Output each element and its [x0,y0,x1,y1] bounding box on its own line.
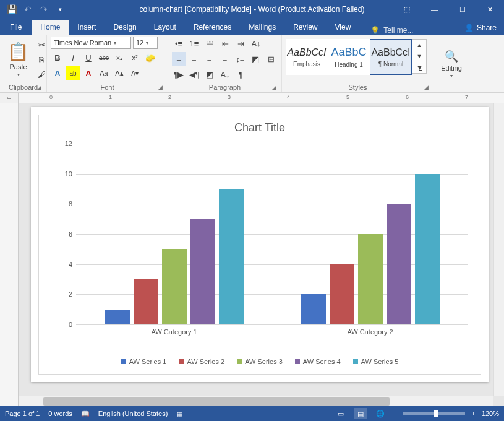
save-icon[interactable]: 💾 [5,2,19,16]
style-emphasis[interactable]: AaBbCcI Emphasis [286,39,328,75]
style-normal[interactable]: AaBbCcI ¶ Normal [370,39,412,75]
copy-button[interactable]: ⎘ [35,53,48,66]
page-number[interactable]: Page 1 of 1 [5,410,40,417]
tab-layout[interactable]: Layout [145,20,185,35]
shading-button[interactable]: ◩ [249,52,262,66]
font-color-button[interactable]: A [82,66,95,80]
paste-button[interactable]: 📋 Paste ▾ [4,40,33,79]
hscroll-thumb[interactable] [43,397,390,406]
tab-mailings[interactable]: Mailings [240,20,284,35]
vertical-scrollbar[interactable] [493,103,504,396]
styles-scroll-up[interactable]: ▲ [412,40,426,51]
show-marks-button[interactable]: ¶ [234,67,247,81]
format-painter-button[interactable]: 🖌 [35,67,48,81]
multilevel-list-button[interactable]: ⩸ [203,37,216,50]
chart-plot-area: 024681012AW Category 1AW Category 2 [76,144,468,324]
styles-scroll-down[interactable]: ▼ [412,51,426,62]
legend-item: AW Series 2 [179,358,224,365]
clear-formatting-button[interactable]: 🧽 [143,51,157,64]
zoom-in-button[interactable]: + [471,410,475,417]
share-button[interactable]: 👤 Share [457,21,504,35]
borders-button[interactable]: ⊞ [264,52,278,66]
tab-file[interactable]: File [0,20,32,35]
vertical-ruler[interactable] [0,103,19,406]
line-spacing-button[interactable]: ↕≡ [233,52,247,66]
align-center-button[interactable]: ≡ [187,52,201,66]
strikethrough-button[interactable]: abc [97,51,111,64]
underline-button[interactable]: U [82,51,95,64]
increase-indent-button[interactable]: ⇥ [234,37,247,50]
paragraph-dialog-launcher[interactable]: ◢ [272,84,276,90]
cut-button[interactable]: ✂ [35,38,48,51]
word-count[interactable]: 0 words [48,410,72,417]
chart-bar [415,174,440,324]
align-right-button[interactable]: ≡ [203,52,216,66]
y-tick-label: 6 [58,230,72,238]
customize-qat-icon[interactable]: ▾ [53,2,67,16]
editing-button[interactable]: 🔍 Editing ▾ [438,37,465,91]
bold-button[interactable]: B [51,51,64,64]
font-size-combo[interactable]: 12▾ [133,37,158,49]
highlight-button[interactable]: ab [66,66,80,80]
tab-references[interactable]: References [185,20,240,35]
close-button[interactable]: ✕ [476,0,504,19]
zoom-level[interactable]: 120% [482,410,499,417]
proofing-icon[interactable]: 📖 [81,410,90,418]
font-dialog-launcher[interactable]: ◢ [158,84,163,90]
clipboard-group-label: Clipboard ◢ [4,82,43,91]
justify-button[interactable]: ≡ [218,52,232,66]
subscript-button[interactable]: x₂ [113,51,126,64]
clipboard-dialog-launcher[interactable]: ◢ [37,84,41,90]
editing-label: Editing [441,64,462,72]
legend-label: AW Series 1 [129,358,167,365]
tab-insert[interactable]: Insert [69,20,105,35]
web-layout-button[interactable]: 🌐 [374,408,387,419]
style-heading1[interactable]: AaBbC Heading 1 [328,39,370,75]
italic-button[interactable]: I [66,51,80,64]
sort-button[interactable]: A↓ [249,37,263,50]
sort-button-2[interactable]: A↓ [218,67,232,81]
ltr-button[interactable]: ¶▶ [172,67,186,81]
align-left-button[interactable]: ≡ [172,52,186,66]
maximize-button[interactable]: ☐ [448,0,476,19]
zoom-slider[interactable] [403,412,465,415]
legend-label: AW Series 5 [361,358,399,365]
horizontal-ruler[interactable]: 01234567 [19,93,504,103]
change-case-button[interactable]: Aa [97,66,111,80]
bullets-button[interactable]: •≡ [172,37,186,50]
redo-icon[interactable]: ↷ [37,2,51,16]
undo-icon[interactable]: ↶ [21,2,35,16]
tab-view[interactable]: View [327,20,360,35]
superscript-button[interactable]: x² [128,51,142,64]
zoom-slider-thumb[interactable] [434,410,438,417]
tab-review[interactable]: Review [284,20,326,35]
legend-label: AW Series 3 [245,358,283,365]
read-mode-button[interactable]: ▭ [334,408,348,419]
legend-item: AW Series 5 [353,358,399,365]
text-effects-button[interactable]: A [51,66,64,80]
tab-home[interactable]: Home [32,20,69,35]
decrease-indent-button[interactable]: ⇤ [218,37,232,50]
shading-button-2[interactable]: ◩ [203,67,216,81]
chart-object[interactable]: Chart Title 024681012AW Category 1AW Cat… [38,115,481,375]
horizontal-scrollbar[interactable] [19,396,493,406]
font-name-combo[interactable]: Times New Roman▾ [51,37,131,49]
y-tick-label: 0 [58,321,72,328]
styles-expand[interactable]: ▼̲ [412,62,426,73]
grow-font-button[interactable]: A▴ [113,66,126,80]
tab-design[interactable]: Design [105,20,145,35]
minimize-button[interactable]: — [421,0,448,19]
shrink-font-button[interactable]: A▾ [128,66,142,80]
print-layout-button[interactable]: ▤ [354,408,367,419]
zoom-out-button[interactable]: − [393,410,397,417]
numbering-button[interactable]: 1≡ [187,37,201,50]
rtl-button[interactable]: ◀¶ [187,67,201,81]
ribbon-display-options-icon[interactable]: ⬚ [393,0,421,19]
document-area[interactable]: Chart Title 024681012AW Category 1AW Cat… [19,103,504,406]
styles-dialog-launcher[interactable]: ◢ [424,84,429,90]
tell-me-search[interactable]: 💡 Tell me... [364,26,419,35]
chart-bar [190,219,215,324]
macro-recording-icon[interactable]: ▦ [176,410,182,418]
chart-bar [219,189,244,324]
language[interactable]: English (United States) [98,410,168,417]
